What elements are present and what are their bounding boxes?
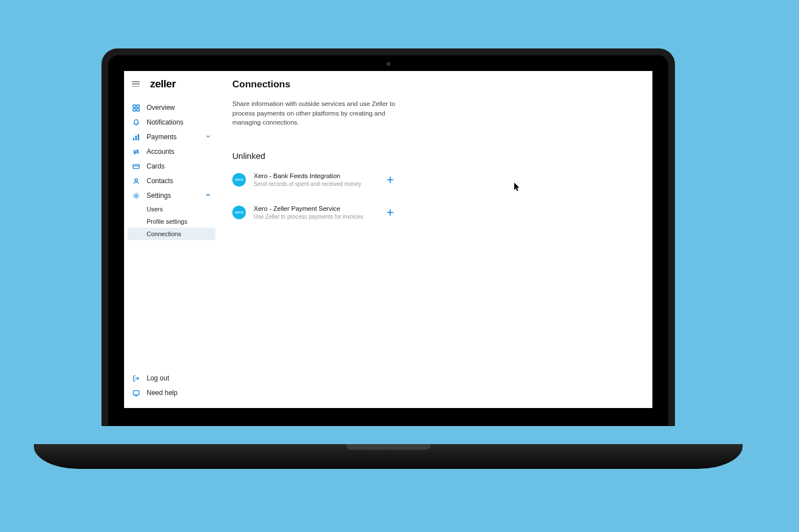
- sidebar-item-label: Cards: [147, 162, 165, 170]
- sidebar-header: zeller: [124, 76, 219, 96]
- subnav-users[interactable]: Users: [124, 203, 219, 215]
- main-content: Connections Share information with outsi…: [219, 71, 652, 408]
- sidebar-item-label: Overview: [147, 104, 175, 112]
- card-icon: [132, 162, 140, 170]
- camera-icon: [386, 62, 390, 66]
- laptop-mockup: zeller Overview: [101, 48, 675, 443]
- connection-subtitle: Use Zeller to process payments for invoi…: [254, 213, 377, 220]
- add-connection-button[interactable]: [385, 207, 396, 218]
- menu-icon[interactable]: [132, 81, 140, 87]
- svg-point-10: [135, 194, 137, 197]
- svg-rect-4: [133, 138, 134, 140]
- sidebar-item-label: Settings: [147, 192, 171, 200]
- divider: [232, 191, 630, 201]
- sidebar-item-overview[interactable]: Overview: [124, 100, 219, 115]
- sidebar-footer: Log out Need help: [124, 371, 219, 404]
- connection-title: Xero - Bank Feeds Integration: [254, 172, 377, 180]
- grid-icon: [132, 104, 140, 112]
- subnav-profile-settings[interactable]: Profile settings: [124, 215, 219, 228]
- sidebar-item-payments[interactable]: Payments: [124, 130, 219, 144]
- sidebar-item-label: Payments: [147, 133, 176, 141]
- sidebar-item-contacts[interactable]: Contacts: [124, 174, 219, 188]
- svg-rect-2: [133, 108, 135, 111]
- connection-row: xero Xero - Zeller Payment Service Use Z…: [232, 201, 396, 224]
- laptop-bezel: zeller Overview: [108, 55, 668, 426]
- bell-icon: [132, 118, 140, 126]
- sidebar-item-label: Notifications: [147, 118, 183, 126]
- connection-subtitle: Send records of spent and received money: [254, 180, 377, 188]
- chevron-down-icon: [205, 133, 211, 141]
- transfer-icon: [132, 148, 140, 156]
- page-description: Share information with outside services …: [232, 99, 401, 127]
- sidebar-item-settings[interactable]: Settings: [124, 188, 219, 203]
- sidebar-item-label: Log out: [147, 374, 169, 382]
- svg-rect-5: [135, 135, 136, 140]
- settings-subnav: Users Profile settings Connections: [124, 203, 219, 240]
- svg-rect-0: [133, 104, 135, 107]
- sidebar-item-logout[interactable]: Log out: [124, 371, 219, 385]
- add-connection-button[interactable]: [385, 174, 396, 185]
- chart-icon: [132, 133, 140, 141]
- sidebar-item-cards[interactable]: Cards: [124, 159, 219, 174]
- sidebar-item-notifications[interactable]: Notifications: [124, 115, 219, 130]
- app-screen: zeller Overview: [124, 71, 652, 408]
- sidebar: zeller Overview: [124, 71, 219, 408]
- sidebar-item-label: Accounts: [147, 148, 174, 156]
- laptop-lid: zeller Overview: [101, 48, 675, 426]
- xero-logo-icon: xero: [232, 173, 246, 187]
- primary-nav: Overview Notifications P: [124, 100, 219, 240]
- help-icon: [132, 389, 140, 397]
- brand-logo: zeller: [150, 78, 176, 90]
- svg-rect-12: [133, 391, 139, 394]
- connection-title: Xero - Zeller Payment Service: [254, 205, 377, 213]
- sidebar-item-label: Need help: [147, 389, 178, 397]
- subnav-connections[interactable]: Connections: [127, 228, 215, 240]
- page-title: Connections: [232, 79, 630, 90]
- connection-text: Xero - Zeller Payment Service Use Zeller…: [254, 205, 377, 220]
- svg-rect-7: [133, 164, 139, 168]
- sidebar-item-help[interactable]: Need help: [124, 385, 219, 400]
- svg-rect-3: [136, 108, 139, 111]
- svg-rect-1: [136, 104, 139, 107]
- connection-text: Xero - Bank Feeds Integration Send recor…: [254, 172, 377, 188]
- gear-icon: [132, 192, 140, 200]
- svg-rect-6: [138, 134, 139, 140]
- logout-icon: [132, 374, 140, 382]
- laptop-base: [34, 444, 743, 469]
- section-title-unlinked: Unlinked: [232, 151, 630, 161]
- connection-row: xero Xero - Bank Feeds Integration Send …: [232, 169, 396, 191]
- xero-logo-icon: xero: [232, 206, 246, 219]
- user-icon: [132, 177, 140, 185]
- svg-point-9: [135, 178, 138, 181]
- chevron-up-icon: [205, 192, 211, 200]
- sidebar-item-accounts[interactable]: Accounts: [124, 144, 219, 159]
- sidebar-item-label: Contacts: [147, 177, 173, 185]
